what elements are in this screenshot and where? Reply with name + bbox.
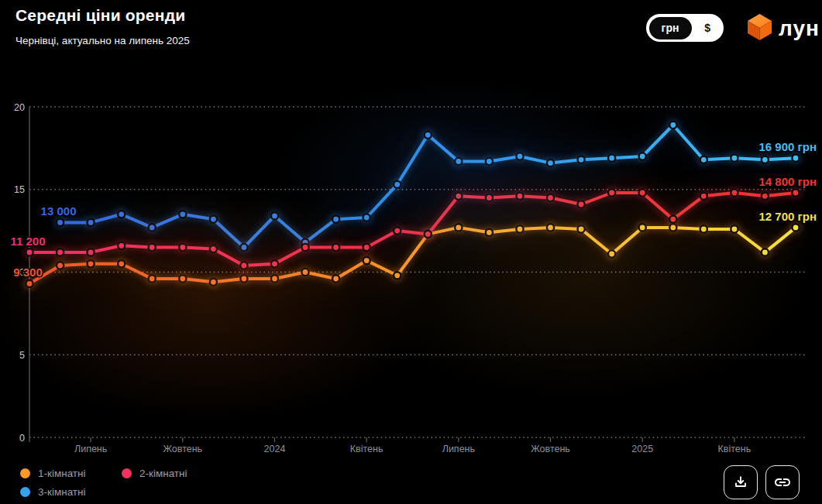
data-point	[486, 229, 493, 236]
currency-toggle[interactable]: грн $	[646, 14, 724, 42]
data-point	[700, 225, 707, 232]
series-start-value-label: 13 000	[41, 204, 77, 218]
data-point	[547, 194, 554, 201]
copy-link-button[interactable]	[765, 465, 800, 499]
legend-dot-1k	[20, 468, 30, 478]
data-point	[731, 225, 738, 232]
x-axis-tick-label: Жовтень	[531, 444, 570, 454]
chart-actions	[724, 465, 800, 499]
data-point	[394, 181, 401, 188]
x-axis-tick-label: Липень	[74, 444, 107, 454]
data-point	[179, 244, 186, 251]
data-point	[700, 156, 707, 163]
lun-cube-icon	[747, 12, 772, 45]
data-point	[240, 262, 247, 269]
x-axis-tick-label: Квітень	[350, 444, 383, 454]
data-point	[486, 158, 493, 165]
data-point	[792, 189, 799, 196]
series-line	[29, 228, 796, 284]
data-point	[179, 211, 186, 218]
data-point	[700, 193, 707, 200]
data-point	[26, 280, 33, 287]
header: Середні ціни оренди Чернівці, актуально …	[0, 0, 822, 63]
legend-label-1k: 1-кімнатні	[38, 468, 86, 479]
data-point	[118, 260, 125, 267]
data-point	[425, 132, 432, 139]
download-icon	[732, 474, 749, 491]
legend-item-2k[interactable]: 2-кімнатні	[122, 468, 237, 479]
currency-option-uah[interactable]: грн	[649, 17, 692, 39]
legend-dot-2k	[122, 468, 132, 478]
data-point	[363, 244, 370, 251]
data-point	[639, 189, 646, 196]
data-point	[639, 224, 646, 231]
data-point	[363, 214, 370, 221]
lun-logo: лун	[747, 13, 820, 44]
data-point	[516, 193, 523, 200]
legend-label-3k: 3-кімнатні	[38, 486, 86, 498]
data-point	[210, 216, 217, 223]
series-end-value-label: 16 900 грн	[758, 140, 817, 153]
currency-option-usd[interactable]: $	[692, 16, 724, 39]
data-point	[88, 260, 95, 267]
data-point	[547, 224, 554, 231]
data-point	[210, 279, 217, 286]
x-axis-tick-label: Липень	[442, 444, 475, 454]
x-axis-tick-label: 2024	[264, 444, 286, 454]
data-point	[731, 155, 738, 162]
data-point	[57, 219, 64, 226]
data-point	[455, 158, 462, 165]
data-point	[179, 275, 186, 282]
rental-price-chart-app: Середні ціни оренди Чернівці, актуально …	[0, 0, 822, 504]
data-point	[149, 244, 156, 251]
y-axis-tick-label: 5	[19, 350, 25, 361]
page-title: Середні ціни оренди	[15, 6, 185, 25]
data-point	[762, 156, 769, 163]
data-point	[57, 249, 64, 255]
data-point	[394, 228, 401, 235]
link-icon	[773, 473, 792, 492]
data-point	[578, 156, 585, 163]
data-point	[240, 275, 247, 282]
data-point	[731, 189, 738, 196]
data-point	[149, 224, 156, 231]
data-point	[271, 260, 278, 267]
data-point	[792, 224, 799, 231]
data-point	[516, 153, 523, 159]
legend-label-2k: 2-кімнатні	[139, 468, 187, 479]
legend-item-3k[interactable]: 3-кімнатні	[20, 486, 122, 498]
data-point	[608, 155, 615, 162]
data-point	[608, 189, 615, 196]
series-end-value-label: 12 700 грн	[758, 210, 817, 223]
data-point	[578, 225, 585, 232]
data-point	[149, 275, 156, 282]
data-point	[639, 153, 646, 159]
legend-dot-3k	[20, 487, 30, 497]
data-point	[547, 159, 554, 166]
data-point	[271, 275, 278, 282]
y-axis-tick-label: 15	[14, 184, 25, 195]
data-point	[57, 262, 64, 269]
data-point	[455, 224, 462, 231]
data-point	[608, 250, 615, 257]
data-point	[301, 244, 308, 251]
data-point	[762, 249, 769, 255]
logo-text: лун	[779, 15, 820, 43]
x-axis-tick-label: Квітень	[718, 444, 751, 454]
data-point	[516, 225, 523, 232]
data-point	[332, 275, 339, 282]
page-subtitle: Чернівці, актуально на липень 2025	[15, 35, 190, 46]
price-line-chart: 05101520ЛипеньЖовтень2024КвітеньЛипеньЖо…	[0, 0, 822, 504]
data-point	[578, 201, 585, 207]
data-point	[425, 231, 432, 238]
chart-legend: 1-кімнатні 2-кімнатні 3-кімнатні	[20, 468, 237, 498]
y-axis-tick-label: 20	[14, 102, 25, 113]
legend-item-1k[interactable]: 1-кімнатні	[20, 468, 122, 479]
data-point	[363, 257, 370, 264]
download-button[interactable]	[724, 465, 758, 499]
data-point	[332, 216, 339, 223]
data-point	[118, 211, 125, 218]
data-point	[792, 155, 799, 162]
data-point	[271, 212, 278, 219]
data-point	[455, 193, 462, 200]
